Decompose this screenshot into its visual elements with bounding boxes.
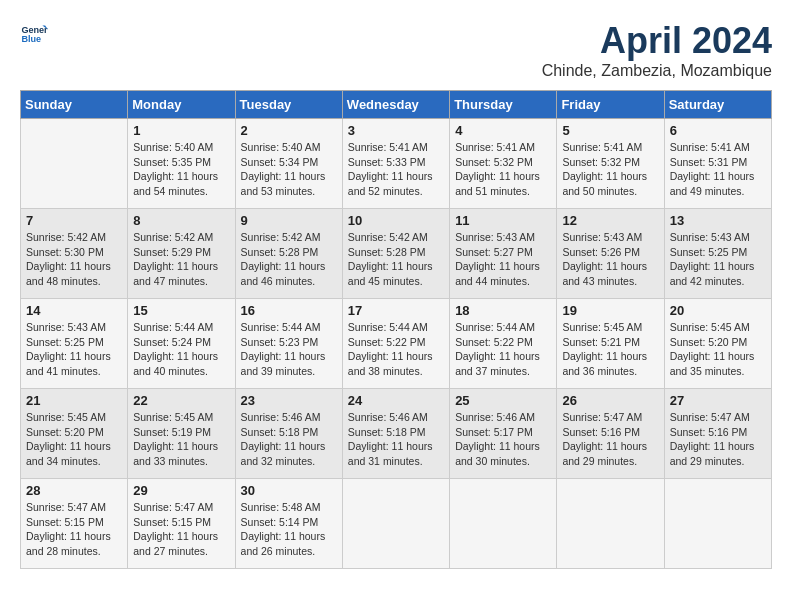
day-number: 16 [241,303,337,318]
weekday-header-cell: Tuesday [235,91,342,119]
day-info: Sunrise: 5:44 AM Sunset: 5:22 PM Dayligh… [348,320,444,379]
title-block: April 2024 Chinde, Zambezia, Mozambique [542,20,772,80]
calendar-week-row: 28Sunrise: 5:47 AM Sunset: 5:15 PM Dayli… [21,479,772,569]
day-number: 23 [241,393,337,408]
calendar-cell: 6Sunrise: 5:41 AM Sunset: 5:31 PM Daylig… [664,119,771,209]
day-info: Sunrise: 5:45 AM Sunset: 5:20 PM Dayligh… [26,410,122,469]
calendar-cell: 4Sunrise: 5:41 AM Sunset: 5:32 PM Daylig… [450,119,557,209]
day-number: 24 [348,393,444,408]
calendar-week-row: 1Sunrise: 5:40 AM Sunset: 5:35 PM Daylig… [21,119,772,209]
calendar-cell [664,479,771,569]
day-info: Sunrise: 5:41 AM Sunset: 5:32 PM Dayligh… [562,140,658,199]
month-title: April 2024 [542,20,772,62]
day-info: Sunrise: 5:44 AM Sunset: 5:22 PM Dayligh… [455,320,551,379]
calendar-cell: 10Sunrise: 5:42 AM Sunset: 5:28 PM Dayli… [342,209,449,299]
day-number: 12 [562,213,658,228]
calendar-cell: 17Sunrise: 5:44 AM Sunset: 5:22 PM Dayli… [342,299,449,389]
calendar-cell [342,479,449,569]
calendar-cell: 24Sunrise: 5:46 AM Sunset: 5:18 PM Dayli… [342,389,449,479]
day-info: Sunrise: 5:45 AM Sunset: 5:19 PM Dayligh… [133,410,229,469]
weekday-header-row: SundayMondayTuesdayWednesdayThursdayFrid… [21,91,772,119]
day-info: Sunrise: 5:47 AM Sunset: 5:16 PM Dayligh… [562,410,658,469]
day-info: Sunrise: 5:40 AM Sunset: 5:35 PM Dayligh… [133,140,229,199]
day-number: 20 [670,303,766,318]
calendar-cell [21,119,128,209]
weekday-header-cell: Monday [128,91,235,119]
day-number: 4 [455,123,551,138]
day-number: 15 [133,303,229,318]
page-header: General Blue April 2024 Chinde, Zambezia… [20,20,772,80]
calendar-cell: 12Sunrise: 5:43 AM Sunset: 5:26 PM Dayli… [557,209,664,299]
logo: General Blue [20,20,48,48]
day-number: 2 [241,123,337,138]
calendar-table: SundayMondayTuesdayWednesdayThursdayFrid… [20,90,772,569]
calendar-cell: 7Sunrise: 5:42 AM Sunset: 5:30 PM Daylig… [21,209,128,299]
day-info: Sunrise: 5:45 AM Sunset: 5:21 PM Dayligh… [562,320,658,379]
day-info: Sunrise: 5:47 AM Sunset: 5:15 PM Dayligh… [26,500,122,559]
day-number: 29 [133,483,229,498]
day-info: Sunrise: 5:46 AM Sunset: 5:18 PM Dayligh… [241,410,337,469]
calendar-cell: 23Sunrise: 5:46 AM Sunset: 5:18 PM Dayli… [235,389,342,479]
calendar-cell [450,479,557,569]
weekday-header-cell: Thursday [450,91,557,119]
calendar-cell [557,479,664,569]
svg-text:Blue: Blue [21,34,41,44]
day-number: 7 [26,213,122,228]
day-info: Sunrise: 5:44 AM Sunset: 5:23 PM Dayligh… [241,320,337,379]
day-number: 26 [562,393,658,408]
calendar-cell: 25Sunrise: 5:46 AM Sunset: 5:17 PM Dayli… [450,389,557,479]
day-number: 5 [562,123,658,138]
calendar-cell: 15Sunrise: 5:44 AM Sunset: 5:24 PM Dayli… [128,299,235,389]
calendar-cell: 29Sunrise: 5:47 AM Sunset: 5:15 PM Dayli… [128,479,235,569]
day-info: Sunrise: 5:46 AM Sunset: 5:17 PM Dayligh… [455,410,551,469]
calendar-week-row: 21Sunrise: 5:45 AM Sunset: 5:20 PM Dayli… [21,389,772,479]
weekday-header-cell: Friday [557,91,664,119]
day-info: Sunrise: 5:43 AM Sunset: 5:25 PM Dayligh… [26,320,122,379]
day-info: Sunrise: 5:47 AM Sunset: 5:16 PM Dayligh… [670,410,766,469]
day-number: 9 [241,213,337,228]
calendar-cell: 21Sunrise: 5:45 AM Sunset: 5:20 PM Dayli… [21,389,128,479]
location: Chinde, Zambezia, Mozambique [542,62,772,80]
day-info: Sunrise: 5:46 AM Sunset: 5:18 PM Dayligh… [348,410,444,469]
calendar-body: 1Sunrise: 5:40 AM Sunset: 5:35 PM Daylig… [21,119,772,569]
day-info: Sunrise: 5:42 AM Sunset: 5:29 PM Dayligh… [133,230,229,289]
calendar-cell: 14Sunrise: 5:43 AM Sunset: 5:25 PM Dayli… [21,299,128,389]
day-number: 8 [133,213,229,228]
calendar-cell: 8Sunrise: 5:42 AM Sunset: 5:29 PM Daylig… [128,209,235,299]
day-number: 14 [26,303,122,318]
calendar-cell: 9Sunrise: 5:42 AM Sunset: 5:28 PM Daylig… [235,209,342,299]
day-number: 30 [241,483,337,498]
day-number: 13 [670,213,766,228]
day-info: Sunrise: 5:42 AM Sunset: 5:30 PM Dayligh… [26,230,122,289]
calendar-week-row: 7Sunrise: 5:42 AM Sunset: 5:30 PM Daylig… [21,209,772,299]
calendar-cell: 19Sunrise: 5:45 AM Sunset: 5:21 PM Dayli… [557,299,664,389]
calendar-cell: 2Sunrise: 5:40 AM Sunset: 5:34 PM Daylig… [235,119,342,209]
calendar-cell: 27Sunrise: 5:47 AM Sunset: 5:16 PM Dayli… [664,389,771,479]
day-number: 21 [26,393,122,408]
day-info: Sunrise: 5:45 AM Sunset: 5:20 PM Dayligh… [670,320,766,379]
day-number: 1 [133,123,229,138]
day-number: 3 [348,123,444,138]
weekday-header-cell: Wednesday [342,91,449,119]
logo-icon: General Blue [20,20,48,48]
day-number: 19 [562,303,658,318]
day-number: 10 [348,213,444,228]
day-number: 17 [348,303,444,318]
calendar-cell: 28Sunrise: 5:47 AM Sunset: 5:15 PM Dayli… [21,479,128,569]
day-info: Sunrise: 5:40 AM Sunset: 5:34 PM Dayligh… [241,140,337,199]
day-info: Sunrise: 5:47 AM Sunset: 5:15 PM Dayligh… [133,500,229,559]
day-info: Sunrise: 5:41 AM Sunset: 5:31 PM Dayligh… [670,140,766,199]
calendar-cell: 20Sunrise: 5:45 AM Sunset: 5:20 PM Dayli… [664,299,771,389]
day-info: Sunrise: 5:42 AM Sunset: 5:28 PM Dayligh… [241,230,337,289]
day-number: 6 [670,123,766,138]
day-info: Sunrise: 5:43 AM Sunset: 5:27 PM Dayligh… [455,230,551,289]
calendar-cell: 22Sunrise: 5:45 AM Sunset: 5:19 PM Dayli… [128,389,235,479]
day-info: Sunrise: 5:48 AM Sunset: 5:14 PM Dayligh… [241,500,337,559]
day-number: 27 [670,393,766,408]
day-info: Sunrise: 5:43 AM Sunset: 5:26 PM Dayligh… [562,230,658,289]
day-number: 28 [26,483,122,498]
day-number: 11 [455,213,551,228]
weekday-header-cell: Sunday [21,91,128,119]
weekday-header-cell: Saturday [664,91,771,119]
day-number: 18 [455,303,551,318]
